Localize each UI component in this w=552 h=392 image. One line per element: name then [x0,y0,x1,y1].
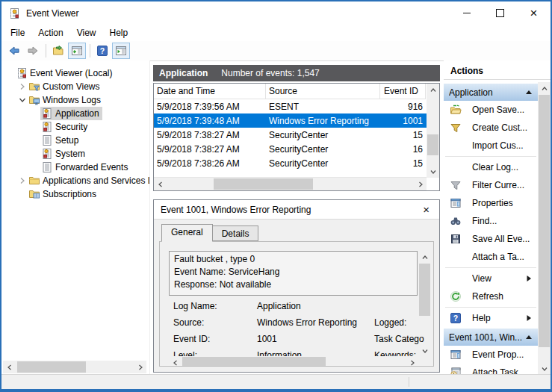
preview-title: Event 1001, Windows Error Reporting [161,205,420,215]
scroll-up-icon[interactable] [538,82,551,95]
tab-details[interactable]: Details [213,225,259,241]
actions-section-application[interactable]: Application [444,84,538,101]
scrollbar-thumb[interactable] [427,134,438,155]
column-date-time[interactable]: Date and Time [154,84,266,99]
event-row[interactable]: 5/9/2018 7:39:56 AMESENT916 [154,99,439,113]
minimize-button[interactable] [450,1,483,25]
scroll-down-icon[interactable] [538,362,551,375]
scroll-right-icon[interactable] [414,178,427,190]
folder-table-icon [28,188,40,200]
action-save-all-eve[interactable]: Save All Eve... [444,230,538,248]
menu-file[interactable]: File [4,25,31,40]
tree-item-applications-and-services-lo[interactable]: Applications and Services Lo [1,174,149,187]
action-create-cust[interactable]: Create Cust... [444,119,538,137]
scrollbar-thumb[interactable] [214,178,313,190]
scrollbar-thumb[interactable] [182,357,326,367]
expander-collapsed-icon[interactable] [17,81,28,92]
tree-item-windows-logs[interactable]: Windows Logs [1,93,149,107]
scrollbar-thumb[interactable] [17,361,86,373]
tree-item-content[interactable]: Subscriptions [28,187,99,201]
preview-horizontal-scrollbar[interactable] [169,356,418,367]
tree-item-content[interactable]: Windows Logs [28,93,104,107]
action-event-prop[interactable]: Event Prop... [444,346,538,364]
tree-item-subscriptions[interactable]: Subscriptions [1,187,149,201]
maximize-button[interactable] [483,1,517,25]
scroll-up-icon[interactable] [418,251,431,264]
tree-item-content[interactable]: System [40,147,88,161]
action-open-save[interactable]: Open Save... [444,101,538,119]
blank-icon [450,161,462,173]
event-description[interactable]: Fault bucket , type 0Event Name: Service… [169,251,418,296]
tree-item-content[interactable]: Custom Views [28,80,102,93]
help-button[interactable]: ? [93,43,111,59]
action-view[interactable]: View [444,270,538,287]
action-label: Properties [472,198,513,208]
menu-view[interactable]: View [70,25,103,40]
main-area: Event Viewer (Local)Custom ViewsWindows … [1,60,551,375]
actions-section-event-1001-win-[interactable]: Event 1001, Win... [444,329,538,346]
tree-item-content[interactable]: Application [40,107,102,120]
collapse-up-icon[interactable] [525,334,533,340]
scrollbar-thumb[interactable] [539,95,550,347]
minimize-icon [463,13,471,13]
action-filter-curre[interactable]: Filter Curre... [444,176,538,194]
tree-item-system[interactable]: System [1,147,149,161]
tree-item-security[interactable]: Security [1,120,149,134]
menu-help[interactable]: Help [103,25,135,40]
action-help[interactable]: ?Help [444,309,538,327]
menu-action[interactable]: Action [31,25,69,40]
tree-horizontal-scrollbar[interactable] [3,361,146,373]
tree-item-content[interactable]: Event Viewer (Local) [15,66,116,80]
action-import-cus[interactable]: Import Cus... [444,137,538,155]
tree-item-content[interactable]: Forwarded Events [40,161,131,174]
action-find[interactable]: Find... [444,212,538,230]
expander-expanded-icon[interactable] [17,95,28,105]
back-button[interactable] [5,43,23,59]
tab-general[interactable]: General [161,224,213,242]
export-button[interactable] [49,43,67,59]
cell-datetime: 5/9/2018 7:38:27 AM [154,130,266,140]
tree-item-event-viewer-local-[interactable]: Event Viewer (Local) [1,66,149,80]
tree-item-content[interactable]: Setup [40,134,81,147]
action-properties[interactable]: Properties [444,194,538,212]
scroll-left-icon[interactable] [3,361,16,373]
tree-item-custom-views[interactable]: Custom Views [1,80,149,93]
action-refresh[interactable]: Refresh [444,287,538,305]
tree-item-application[interactable]: Application [1,107,149,120]
tree-item-content[interactable]: Applications and Services Lo [28,174,150,187]
scroll-left-icon[interactable] [169,356,182,367]
forward-button[interactable] [24,43,42,59]
collapse-up-icon[interactable] [525,89,533,96]
actions-list: ApplicationOpen Save...Create Cust...Imp… [444,82,538,375]
actions-vertical-scrollbar[interactable] [538,82,551,375]
field-value: 1001 [257,334,277,344]
close-button[interactable]: × [517,1,551,25]
action-clear-log[interactable]: Clear Log... [444,158,538,176]
scroll-down-icon[interactable] [418,344,431,357]
scroll-right-icon[interactable] [134,361,146,373]
scroll-down-icon[interactable] [427,165,439,178]
action-attach-task[interactable]: Attach Task... [444,364,538,375]
column-source[interactable]: Source [266,84,380,99]
scroll-up-icon[interactable] [427,84,439,96]
scroll-left-icon[interactable] [154,178,167,190]
column-event-id[interactable]: Event ID [380,84,426,99]
event-row[interactable]: 5/9/2018 7:38:27 AMSecurityCenter16 [154,142,439,156]
scroll-right-icon[interactable] [406,356,418,367]
action-attach-a-ta[interactable]: Attach a Ta... [444,248,538,266]
scrollbar-thumb[interactable] [419,264,430,316]
event-row[interactable]: 5/9/2018 7:38:27 AMSecurityCenter15 [154,128,439,142]
expander-collapsed-icon[interactable] [17,175,28,186]
action-pane-button[interactable] [112,43,130,59]
cell-event-id: 16 [380,144,426,155]
tree-item-content[interactable]: Security [40,120,90,134]
event-row[interactable]: 5/9/2018 7:38:26 AMSecurityCenter15 [154,156,439,170]
event-list-horizontal-scrollbar[interactable] [154,177,427,190]
event-row[interactable]: 5/9/2018 7:39:48 AMWindows Error Reporti… [154,113,439,128]
console-tree-button[interactable] [68,43,86,59]
titlebar[interactable]: Event Viewer × [1,1,551,25]
event-list-vertical-scrollbar[interactable] [427,84,439,178]
preview-close-icon[interactable]: × [420,203,432,216]
tree-item-setup[interactable]: Setup [1,134,149,147]
tree-item-forwarded-events[interactable]: Forwarded Events [1,161,149,174]
